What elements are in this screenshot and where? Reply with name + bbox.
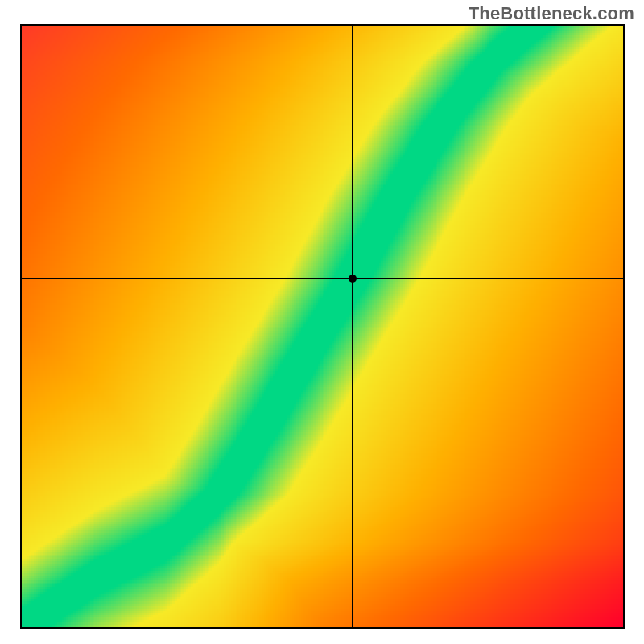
crosshair-horizontal <box>22 278 623 279</box>
heatmap-canvas <box>22 26 623 627</box>
plot-frame <box>20 24 625 629</box>
crosshair-vertical <box>352 26 353 627</box>
crosshair-point <box>349 275 357 283</box>
chart-container: TheBottleneck.com <box>0 0 644 644</box>
watermark-text: TheBottleneck.com <box>469 3 634 24</box>
